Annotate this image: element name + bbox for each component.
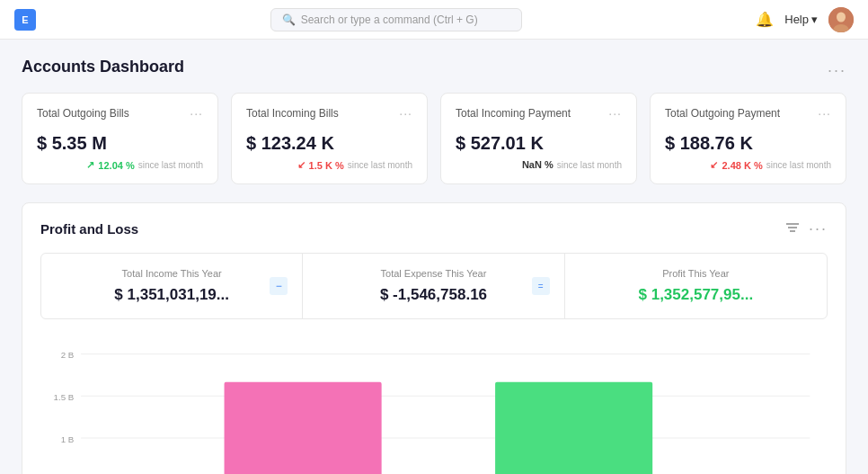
cards-row: Total Outgoing Bills ··· $ 5.35 M 12.04 … (22, 93, 846, 184)
pl-income-card: Total Income This Year $ 1,351,031,19...… (41, 254, 303, 318)
profit-bar (495, 382, 652, 474)
card-1-header: Total Incoming Bills ··· (246, 106, 412, 121)
pl-equals-icon: = (532, 277, 550, 295)
card-1-change: 1.5 K % (309, 160, 344, 171)
card-2-footer: NaN % since last month (456, 159, 622, 170)
search-icon: 🔍 (282, 13, 296, 26)
pl-header: Profit and Loss ··· (40, 219, 828, 238)
pl-profit-card: Profit This Year $ 1,352,577,95... (565, 254, 827, 318)
card-0-arrow (86, 159, 94, 171)
pl-expense-label: Total Expense This Year (321, 268, 545, 279)
pl-profit-value: $ 1,352,577,95... (583, 286, 809, 304)
card-2-title: Total Incoming Payment (456, 107, 571, 120)
card-3-since: since last month (766, 160, 831, 170)
card-3-arrow (710, 159, 718, 171)
pl-expense-card: Total Expense This Year $ -1,546,758.16 … (303, 254, 564, 318)
pl-summary: Total Income This Year $ 1,351,031,19...… (40, 253, 828, 319)
svg-text:2 B: 2 B (61, 350, 75, 360)
card-2-change: NaN % (522, 159, 554, 170)
pl-more-button[interactable]: ··· (809, 219, 828, 238)
card-0-value: $ 5.35 M (37, 133, 203, 154)
page-header: Accounts Dashboard ... (22, 58, 846, 76)
main-content: Accounts Dashboard ... Total Outgoing Bi… (0, 40, 868, 474)
card-outgoing-payment: Total Outgoing Payment ··· $ 188.76 K 2.… (650, 93, 846, 184)
card-0-change: 12.04 % (98, 160, 134, 171)
card-outgoing-bills: Total Outgoing Bills ··· $ 5.35 M 12.04 … (22, 93, 218, 184)
avatar[interactable] (828, 7, 854, 32)
equals-icon: = (532, 277, 550, 295)
filter-icon[interactable] (785, 221, 800, 237)
card-0-header: Total Outgoing Bills ··· (37, 106, 203, 121)
card-0-title: Total Outgoing Bills (37, 107, 129, 120)
card-2-value: $ 527.01 K (456, 133, 622, 154)
topnav-left: E (14, 9, 36, 31)
card-1-arrow (297, 159, 306, 171)
card-3-more[interactable]: ··· (818, 106, 831, 121)
chart-area: 2 B 1.5 B 1 B 500 M 0 -500 M 2020-2021 (40, 341, 828, 474)
pl-section: Profit and Loss ··· Total Income This Ye… (22, 202, 846, 474)
income-bar (225, 382, 382, 474)
card-1-more[interactable]: ··· (399, 106, 412, 121)
pl-expense-value: $ -1,546,758.16 (321, 286, 545, 304)
card-0-more[interactable]: ··· (190, 106, 203, 121)
card-1-footer: 1.5 K % since last month (246, 159, 412, 171)
svg-text:1.5 B: 1.5 B (54, 392, 75, 402)
card-2-since: since last month (557, 160, 622, 170)
card-3-title: Total Outgoing Payment (665, 107, 780, 120)
page-more-button[interactable]: ... (828, 58, 846, 76)
bell-icon[interactable]: 🔔 (756, 11, 774, 28)
card-3-footer: 2.48 K % since last month (665, 159, 831, 171)
card-2-more[interactable]: ··· (608, 106, 622, 121)
card-0-since: since last month (138, 160, 203, 170)
topnav: E 🔍 Search or type a command (Ctrl + G) … (0, 0, 868, 40)
search-placeholder: Search or type a command (Ctrl + G) (301, 13, 478, 26)
card-3-header: Total Outgoing Payment ··· (665, 106, 831, 121)
topnav-right: 🔔 Help ▾ (756, 7, 854, 32)
help-button[interactable]: Help ▾ (784, 13, 818, 26)
minus-icon: − (270, 277, 288, 295)
card-2-header: Total Incoming Payment ··· (456, 106, 622, 121)
card-incoming-bills: Total Incoming Bills ··· $ 123.24 K 1.5 … (231, 93, 428, 184)
card-3-change: 2.48 K % (722, 160, 762, 171)
page-title: Accounts Dashboard (22, 58, 184, 76)
avatar-image (828, 7, 854, 32)
pl-minus-icon: − (270, 277, 288, 295)
app-icon: E (14, 9, 36, 31)
card-3-value: $ 188.76 K (665, 133, 831, 154)
card-1-title: Total Incoming Bills (246, 107, 339, 120)
search-bar[interactable]: 🔍 Search or type a command (Ctrl + G) (270, 8, 522, 31)
card-incoming-payment: Total Incoming Payment ··· $ 527.01 K Na… (440, 93, 637, 184)
pl-header-actions: ··· (785, 219, 828, 238)
pl-title: Profit and Loss (40, 221, 138, 237)
card-1-value: $ 123.24 K (246, 133, 412, 154)
pl-income-label: Total Income This Year (59, 268, 284, 279)
svg-text:1 B: 1 B (61, 434, 75, 444)
topnav-center: 🔍 Search or type a command (Ctrl + G) (36, 8, 756, 31)
card-1-since: since last month (348, 160, 412, 170)
card-0-footer: 12.04 % since last month (37, 159, 203, 171)
pl-profit-label: Profit This Year (583, 268, 809, 279)
chevron-down-icon: ▾ (811, 13, 818, 26)
bar-chart: 2 B 1.5 B 1 B 500 M 0 -500 M 2020-2021 (49, 341, 819, 474)
pl-income-value: $ 1,351,031,19... (59, 286, 284, 304)
svg-point-1 (837, 12, 846, 22)
